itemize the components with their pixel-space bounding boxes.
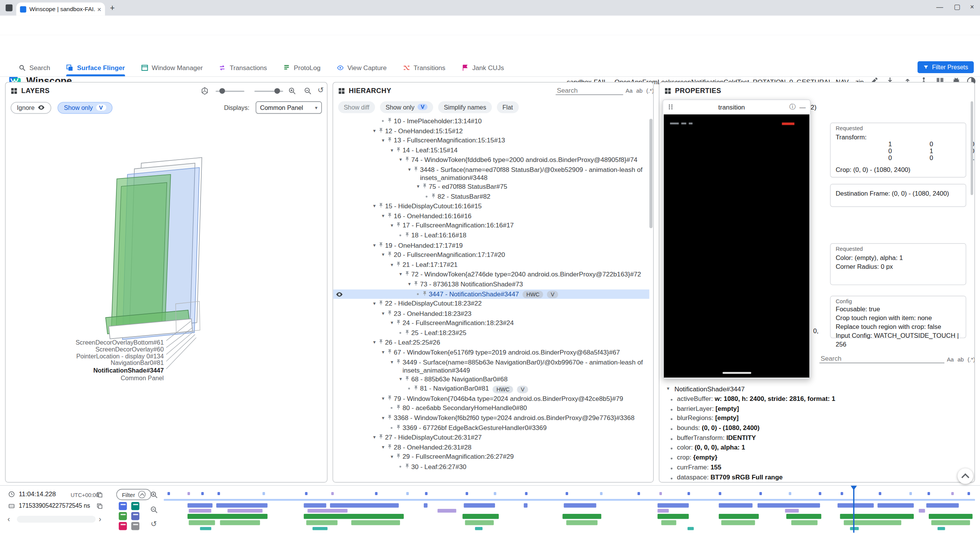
minimap-tick[interactable]: [841, 492, 843, 495]
pin-icon[interactable]: [413, 166, 419, 172]
tree-node[interactable]: 30 - Leaf:26:27#30: [333, 462, 649, 472]
expander-icon[interactable]: ▾: [388, 146, 396, 154]
simplify-names-button[interactable]: Simplify names: [438, 101, 492, 113]
layer-label[interactable]: ScreenDecorOverlay#60: [95, 346, 164, 353]
tree-node[interactable]: ▾23 - OneHanded:18:23#23: [333, 309, 649, 318]
expander-icon[interactable]: ▾: [371, 299, 378, 307]
expander-icon[interactable]: ▾: [379, 348, 387, 356]
tree-node[interactable]: ▾73 - 8736138 NotificationShade#73: [333, 280, 649, 289]
show-diff-button[interactable]: Show diff: [338, 101, 375, 113]
pin-icon[interactable]: [395, 424, 401, 430]
tab-transactions[interactable]: Transactions: [219, 59, 267, 76]
tab-view-capture[interactable]: View Capture: [337, 59, 387, 76]
tab-jank-cujs[interactable]: Jank CUJs: [462, 59, 504, 76]
minimap-tick[interactable]: [331, 492, 334, 495]
minimap-tick[interactable]: [466, 492, 468, 495]
minimap-tick[interactable]: [263, 492, 265, 495]
filter-presets-button[interactable]: Filter Presets: [918, 61, 973, 73]
zoom-in-icon[interactable]: [288, 87, 296, 95]
pin-icon[interactable]: [395, 261, 401, 267]
pin-icon[interactable]: [378, 300, 384, 306]
minimap-tick[interactable]: [659, 492, 662, 495]
expander-icon[interactable]: ▾: [371, 127, 378, 135]
trace-segment-blue[interactable]: [464, 503, 495, 507]
tree-node[interactable]: ▾67 - WindowToken{e5176f9 type=2019 andr…: [333, 348, 649, 357]
tree-node[interactable]: ▾79 - WindowToken{7046b4a type=2024 andr…: [333, 394, 649, 403]
trace-segment-dgreen[interactable]: [188, 514, 268, 519]
property-row[interactable]: color: (0, 0, 0), alpha: 1: [659, 444, 974, 454]
tab-search[interactable]: Search: [19, 59, 50, 76]
properties-search-input[interactable]: [819, 354, 944, 363]
trace-segment-dgreen[interactable]: [658, 514, 689, 519]
pin-icon[interactable]: [395, 405, 401, 410]
layers-3d-canvas[interactable]: ScreenDecorOverlayBottom#61 ScreenDecorO…: [6, 116, 327, 482]
property-row[interactable]: crop: {empty}: [659, 454, 974, 464]
trace-segment-dgreen[interactable]: [786, 514, 821, 519]
minimap-tick[interactable]: [928, 492, 930, 495]
trace-segment-blue[interactable]: [838, 503, 874, 507]
drag-handle-icon[interactable]: [668, 104, 674, 110]
property-row[interactable]: bounds: (0, 0) - (1080, 2400): [659, 425, 974, 435]
property-row[interactable]: blurRegions: [empty]: [659, 415, 974, 425]
expander-icon[interactable]: ▾: [388, 453, 396, 461]
tree-node[interactable]: 82 - StatusBar#82: [333, 192, 649, 201]
trace-segment-blue[interactable]: [926, 503, 959, 507]
tree-node[interactable]: ▾29 - FullscreenMagnification:26:27#29: [333, 452, 649, 462]
minimap-tick[interactable]: [566, 492, 568, 495]
property-row[interactable]: bufferTransform: IDENTITY: [659, 434, 974, 444]
minimap-tick[interactable]: [494, 492, 497, 495]
tree-node[interactable]: ▾72 - WindowToken{a2746de type=2040 andr…: [333, 270, 649, 279]
trace-segment-blue[interactable]: [330, 503, 399, 507]
pin-icon[interactable]: [395, 147, 401, 152]
pin-icon[interactable]: [378, 127, 384, 133]
tree-node[interactable]: ▾22 - HideDisplayCutout:18:23#22: [333, 299, 649, 309]
tab-transitions[interactable]: Transitions: [403, 59, 445, 76]
tab-protolog[interactable]: ProtoLog: [283, 59, 320, 76]
match-case-icon[interactable]: Aa: [947, 356, 954, 363]
minimap-tick[interactable]: [637, 492, 640, 495]
minimap-tick[interactable]: [425, 492, 428, 495]
trace-segment-lgreen[interactable]: [351, 520, 400, 525]
trace-segment-dgreen[interactable]: [840, 514, 914, 519]
tree-node[interactable]: ▾19 - OneHanded:17:17#19: [333, 240, 649, 250]
expander-icon[interactable]: ▾: [406, 280, 413, 288]
trace-segment-blue[interactable]: [658, 503, 689, 507]
minimap-tick[interactable]: [688, 492, 690, 495]
tree-node[interactable]: ▾21 - Leaf:17:17#21: [333, 260, 649, 270]
pin-icon[interactable]: [404, 232, 410, 238]
pin-icon[interactable]: [387, 213, 393, 218]
pin-icon[interactable]: [387, 310, 393, 316]
tree-node[interactable]: ▾26 - Leaf:25:25#26: [333, 338, 649, 347]
pin-icon[interactable]: [431, 193, 436, 199]
expander-icon[interactable]: ▾: [388, 358, 396, 366]
displays-select[interactable]: Common Panel ▾: [256, 101, 322, 114]
hierarchy-search-input[interactable]: [555, 86, 623, 95]
expander-icon[interactable]: ▾: [379, 443, 387, 451]
expander-icon[interactable]: ▾: [388, 260, 396, 268]
trace-segment-blue[interactable]: [188, 503, 212, 507]
tree-node[interactable]: ▾16 - OneHanded:16:16#16: [333, 211, 649, 221]
pin-icon[interactable]: [387, 118, 393, 123]
tab-window-manager[interactable]: Window Manager: [141, 59, 203, 76]
rotation-slider[interactable]: [216, 91, 244, 92]
pin-icon[interactable]: [404, 376, 410, 381]
expander-icon[interactable]: ▾: [665, 384, 672, 392]
expander-icon[interactable]: ▾: [371, 338, 378, 347]
trace-segment-blue[interactable]: [524, 503, 528, 507]
minimap-tick[interactable]: [375, 492, 378, 495]
trace-segment-lgreen[interactable]: [844, 520, 901, 525]
expander-icon[interactable]: ▾: [371, 433, 378, 441]
minimap-tick[interactable]: [967, 492, 970, 495]
tree-node[interactable]: ▾3368 - WindowToken{f6b2f60 type=2024 an…: [333, 413, 649, 423]
pin-icon[interactable]: [395, 453, 401, 459]
trace-segment-lgreen[interactable]: [661, 520, 676, 525]
trace-segment-blue[interactable]: [719, 503, 753, 507]
screenshot-overlay-window[interactable]: transition ⓘ —: [663, 100, 811, 379]
tab-close-icon[interactable]: ×: [97, 5, 101, 13]
regex-icon[interactable]: (.*): [967, 356, 975, 363]
tree-node[interactable]: ▾13 - FullscreenMagnification:15:15#13: [333, 136, 649, 146]
pin-icon[interactable]: [413, 281, 419, 286]
tree-node[interactable]: ▾27 - HideDisplayCutout:26:31#27: [333, 433, 649, 442]
trace-segment-blue[interactable]: [877, 503, 914, 507]
3d-rotation-icon[interactable]: [201, 87, 209, 95]
